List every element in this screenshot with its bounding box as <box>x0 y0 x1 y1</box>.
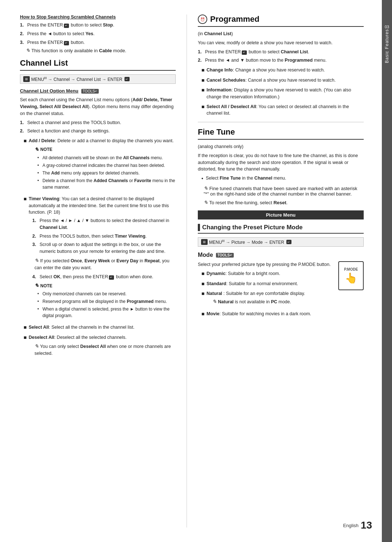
fine-tune-description: If the reception is clear, you do not ha… <box>198 152 364 173</box>
step-number: 3. <box>20 39 27 46</box>
cancel-schedules-item: ■ Cancel Schedules: Cancel a show you ha… <box>198 77 364 84</box>
menu-path-text: MENUIII → Channel → Channel List → ENTER <box>31 76 122 82</box>
preset-picture-menu-path: ⊞ MENUIII → Picture → Mode → ENTER ↵ <box>198 237 364 247</box>
tv-step-2: 2. Press the TOOLS button, then select T… <box>29 233 176 240</box>
note-text: When a digital channel is selected, pres… <box>42 306 176 319</box>
note-item-3: • When a digital channel is selected, pr… <box>37 306 176 319</box>
chapter-number: 03 <box>385 25 389 29</box>
note-item-4: • Delete a channel from the Added Channe… <box>37 177 176 190</box>
preset-picture-section: Changing the Preset Picture Mode ⊞ MENUI… <box>198 224 364 247</box>
preset-picture-title: Changing the Preset Picture Mode <box>198 224 364 234</box>
note-text: All deleted channels will be shown on th… <box>42 155 163 161</box>
how-to-stop-title: How to Stop Searching Scrambled Channels <box>20 15 176 20</box>
step-text: Press the ◄ / ► / ▲ / ▼ buttons to selec… <box>40 217 176 231</box>
note-icon: ✎ NOTE <box>34 282 52 290</box>
change-info-item: ■ Change Info: Change a show you have re… <box>198 67 364 74</box>
option-menu-section: Channel List Option Menu TOOLS↵ <box>20 88 176 94</box>
step-number: 3. <box>32 241 40 255</box>
natural-content: Natural : Suitable for an eye comfortabl… <box>207 290 305 308</box>
step-number: 1. <box>32 217 40 231</box>
deselect-note: ✎ You can only select Deselect All when … <box>29 342 176 357</box>
dynamic-item: ■ Dynamic: Suitable for a bright room. <box>198 270 335 278</box>
note-dot: • <box>37 170 42 176</box>
step-number: 2. <box>32 233 40 240</box>
step-text: Select a function and change its setting… <box>27 128 110 135</box>
fine-tune-bullet: • Select Fine Tune in the Channel menu. <box>198 175 364 182</box>
deselect-all-item: ■ Deselect All: Deselect all the selecte… <box>20 334 176 359</box>
add-delete-note: ✎ NOTE • All deleted channels will be sh… <box>29 146 176 190</box>
note-text: This function is only available in Cable… <box>31 48 126 53</box>
mode-tools-badge: TOOLS↵ <box>216 253 234 258</box>
bullet-icon: ■ <box>24 137 29 193</box>
step-text: Press the ENTER↵ button to select Stop. <box>27 22 114 29</box>
programmed-description: You can view, modify or delete a show yo… <box>198 40 364 46</box>
deselect-all-content: Deselect All: Deselect all the selected … <box>29 334 176 359</box>
information-item: ■ Information: Display a show you have r… <box>198 87 364 100</box>
bullet-icon: ■ <box>201 67 207 74</box>
note-item-3: • The Add menu only appears for deleted … <box>37 170 176 176</box>
pmode-text: P.MODE <box>344 267 358 271</box>
right-column: ⏰ Programmed (in Channel List) You can v… <box>187 15 364 527</box>
step-number: 4. <box>32 274 40 280</box>
how-to-stop-section: How to Stop Searching Scrambled Channels… <box>20 15 176 53</box>
note-text: To reset the fine-tuning, select Reset. <box>209 200 287 205</box>
prog-step-2: 2. Press the ◄ and ▼ button move to the … <box>198 57 364 64</box>
bullet-icon: ■ <box>201 280 207 288</box>
timer-viewing-text: Timer Viewing: You can set a desired cha… <box>29 196 169 215</box>
note-items: • Only memorized channels can be reserve… <box>34 291 176 319</box>
natural-item: ■ Natural : Suitable for an eye comforta… <box>198 290 335 308</box>
note-dot: • <box>37 291 42 297</box>
note-icon: ✎ NOTE <box>34 146 52 153</box>
standard-item: ■ Standard: Suitable for a normal enviro… <box>198 280 335 288</box>
cl-step-2: 2. Select a function and change its sett… <box>20 128 176 135</box>
note-item-2: • A gray-colored channel indicates the c… <box>37 162 176 169</box>
cl-step-1: 1. Select a channel and press the TOOLS … <box>20 119 176 126</box>
programmed-subtitle: (in Channel List) <box>198 30 364 37</box>
add-delete-text: Add / Delete: Delete or add a channel to… <box>29 138 174 143</box>
note-text: Fine tuned channels that have been saved… <box>204 186 357 197</box>
change-info-text: Change Info: Change a show you have rese… <box>207 67 325 74</box>
left-column: How to Stop Searching Scrambled Channels… <box>20 15 187 527</box>
tv-step-4: 4. Select OK, then press the ENTER↵ butt… <box>29 274 176 280</box>
how-to-note: ✎ This function is only available in Cab… <box>20 48 176 53</box>
sidebar-tab: 03 Basic Features <box>382 0 392 542</box>
channel-list-title: Channel List <box>20 58 176 71</box>
programmed-icon: ⏰ <box>198 15 207 24</box>
tv-step-1: 1. Press the ◄ / ► / ▲ / ▼ buttons to se… <box>29 217 176 231</box>
bullet-icon: ■ <box>24 334 29 359</box>
note-text: Reserved programs will be displayed in t… <box>42 298 167 305</box>
step-number: 1. <box>198 49 205 56</box>
step-text: Press the TOOLS button, then select Time… <box>40 233 147 240</box>
menu-icon: ⊞ <box>201 239 208 245</box>
fine-tune-title: Fine Tune <box>198 127 364 140</box>
bullet-icon: • <box>201 175 206 182</box>
natural-note: ✎ Natural is not available in PC mode. <box>207 298 305 305</box>
note-dot: • <box>37 177 42 190</box>
note-text: A gray-colored channel indicates the cha… <box>42 162 165 169</box>
note-dot: • <box>37 162 42 169</box>
note-items: • All deleted channels will be shown on … <box>34 155 176 190</box>
pmode-hand-icon: 👆 <box>345 272 358 284</box>
timer-steps: 1. Press the ◄ / ► / ▲ / ▼ buttons to se… <box>29 217 176 319</box>
note-item-1: • Only memorized channels can be reserve… <box>37 291 176 297</box>
footer-page-number: 13 <box>361 520 372 531</box>
timer-viewing-item: ■ Timer Viewing: You can set a desired c… <box>20 196 176 321</box>
natural-text: Natural : Suitable for an eye comfortabl… <box>207 291 305 296</box>
note-dot: • <box>37 298 42 305</box>
note-item-2: • Reserved programs will be displayed in… <box>37 298 176 305</box>
chapter-label: Basic Features <box>384 29 389 63</box>
option-menu-title: Channel List Option Menu <box>20 88 78 94</box>
step-text: Scroll up or down to adjust the settings… <box>40 241 176 255</box>
bullet-icon: ■ <box>201 290 207 308</box>
step-number: 1. <box>20 22 27 29</box>
note-item-1: • All deleted channels will be shown on … <box>37 155 176 161</box>
menu-icon: ⊞ <box>23 76 30 82</box>
how-to-step-3: 3. Press the ENTER↵ button. <box>20 39 176 46</box>
mode-section: Mode TOOLS↵ P.MODE 👆 Select your preferr… <box>198 252 364 317</box>
tv-note-if: ✎ If you selected Once, Every Week or Ev… <box>29 257 176 271</box>
step-text: Press the ENTER↵ button to select Channe… <box>205 49 309 56</box>
step-text: Press the ◄ and ▼ button move to the Pro… <box>205 57 327 64</box>
bullet-icon: ■ <box>24 324 29 331</box>
step-number: 2. <box>198 57 205 64</box>
dynamic-text: Dynamic: Suitable for a bright room. <box>207 270 280 278</box>
